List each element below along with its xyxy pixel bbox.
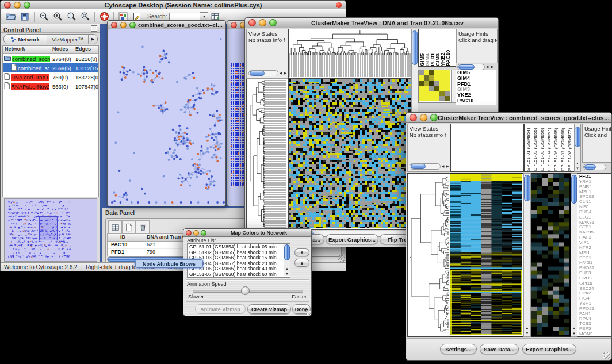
float-panel-icon[interactable] xyxy=(91,25,97,32)
gene-label-MON2[interactable]: MON2 xyxy=(579,332,611,337)
heatmap-canvas[interactable] xyxy=(289,79,411,228)
new-attribute-icon[interactable] xyxy=(122,220,136,234)
tv1-heatmap-panel[interactable] xyxy=(288,79,412,230)
speed-slider-thumb[interactable] xyxy=(241,286,250,295)
tv2-status-hscrollbar[interactable] xyxy=(410,163,441,170)
zoom-button[interactable] xyxy=(201,230,206,236)
tv2-zoom-heatmap-panel[interactable] xyxy=(531,173,571,337)
scroll-thumb[interactable] xyxy=(284,244,290,260)
open-folder-icon[interactable] xyxy=(5,10,17,23)
search-input[interactable] xyxy=(169,13,200,21)
zoom-heatmap[interactable] xyxy=(531,174,569,335)
tv1-matrix-scroll[interactable] xyxy=(451,70,456,103)
tv2-hints-hscrollbar[interactable] xyxy=(583,164,606,170)
minimize-button[interactable] xyxy=(420,114,427,121)
settings-button[interactable]: Settings... xyxy=(440,344,477,354)
scroll-thumb[interactable] xyxy=(250,71,265,76)
zoom-button[interactable] xyxy=(269,19,277,26)
network-row-combined_scores[interactable]: combined_scores2764(0)16218(0) xyxy=(3,54,98,63)
minimize-button[interactable] xyxy=(193,230,199,236)
tv1-row-dendrogram-panel[interactable] xyxy=(246,79,288,230)
minimize-button[interactable] xyxy=(14,2,21,9)
overview-canvas[interactable] xyxy=(5,199,95,260)
tv2-heatmap-panel[interactable] xyxy=(450,173,524,337)
close-button[interactable] xyxy=(4,2,11,9)
move-up-button[interactable]: ∧ xyxy=(294,248,309,256)
tab-vizmapper[interactable]: VizMapper™ xyxy=(47,35,89,44)
scroll-thumb[interactable] xyxy=(524,175,530,201)
zoom-out-icon[interactable] xyxy=(37,10,50,23)
tab-network[interactable]: Network xyxy=(4,35,47,44)
scroll-down-icon[interactable]: ▼ xyxy=(284,271,290,276)
delete-attribute-icon[interactable] xyxy=(136,220,150,234)
network-row-RNAPuberNov2+[interactable]: RNAPuberNov2+563(0)107847(0) xyxy=(3,82,98,91)
col-header-nodes[interactable]: Nodes xyxy=(52,46,68,52)
scroll-down-icon[interactable]: ▼ xyxy=(575,166,580,171)
data-col-id[interactable]: ID xyxy=(120,234,125,240)
tv2-labels-vscrollbar[interactable]: ▲ ▼ xyxy=(574,124,581,172)
scroll-thumb[interactable] xyxy=(575,127,580,147)
tv2-column-dendrogram-panel[interactable] xyxy=(450,124,524,172)
row-dendrogram[interactable] xyxy=(408,174,449,335)
network-graph[interactable] xyxy=(108,29,225,205)
scroll-left-icon[interactable]: ◀ xyxy=(485,64,489,69)
heatmap-canvas[interactable] xyxy=(450,174,522,335)
minimize-button[interactable] xyxy=(120,22,127,28)
dialog-resize-grip[interactable] xyxy=(305,310,311,315)
attribute-list-vscrollbar[interactable]: ▲ ▼ xyxy=(284,244,290,276)
tv1-summary-matrix-panel[interactable] xyxy=(418,70,452,103)
zoom-button[interactable] xyxy=(129,22,136,28)
attribute-item[interactable]: GPL51-07 (GSM868) heat shock 60 min xyxy=(188,272,290,278)
scroll-thumb[interactable] xyxy=(411,164,426,169)
scroll-down-icon[interactable]: ▼ xyxy=(571,331,577,336)
scroll-thumb[interactable] xyxy=(458,64,475,70)
network-row-DNA and Tran 07[interactable]: DNA and Tran 07769(0)183728(0) xyxy=(3,72,98,82)
create-vizmap-button[interactable]: Create Vizmap xyxy=(247,304,291,314)
move-down-button[interactable]: ∨ xyxy=(294,259,309,267)
scroll-left-icon[interactable]: ◀ xyxy=(441,164,445,168)
save-data-button[interactable]: Save Data... xyxy=(480,344,519,354)
network-overview-panel[interactable] xyxy=(4,198,97,262)
close-button[interactable] xyxy=(186,230,192,236)
column-dendrogram[interactable] xyxy=(289,29,411,77)
row-dendrogram[interactable] xyxy=(247,79,286,228)
attribute-select-icon[interactable] xyxy=(108,220,122,234)
scroll-thumb[interactable] xyxy=(584,164,596,170)
close-button[interactable] xyxy=(410,114,417,121)
tab-overflow-arrow[interactable]: ▶ xyxy=(89,35,97,44)
scroll-up-icon[interactable]: ▲ xyxy=(575,161,580,166)
close-button[interactable] xyxy=(231,22,237,28)
scroll-up-icon[interactable]: ▲ xyxy=(524,325,530,330)
tv2-heatmap-vscrollbar[interactable]: ▲ ▼ xyxy=(523,173,531,337)
zoom-selected-icon[interactable] xyxy=(65,10,78,23)
scroll-thumb[interactable] xyxy=(412,30,418,65)
network-row-combined_sco[interactable]: combined_sco2569(6)13112(15) xyxy=(3,63,98,72)
main-titlebar[interactable]: Cytoscape Desktop (Session Name: collins… xyxy=(1,1,346,10)
zoom-button[interactable] xyxy=(24,2,30,9)
close-button[interactable] xyxy=(111,22,117,28)
tv1-status-hscrollbar[interactable] xyxy=(248,70,278,76)
scroll-up-icon[interactable]: ▲ xyxy=(571,326,577,331)
main-resize-grip[interactable] xyxy=(338,255,345,262)
export-graphics-button[interactable]: Export Graphics... xyxy=(522,344,576,354)
zoom-button[interactable] xyxy=(430,114,438,121)
export-graphics-button[interactable]: Export Graphics... xyxy=(326,234,378,244)
scroll-right-icon[interactable]: ▶ xyxy=(283,71,288,75)
zoom-in-icon[interactable] xyxy=(51,10,64,23)
summary-matrix[interactable] xyxy=(419,70,450,101)
scroll-right-icon[interactable]: ▶ xyxy=(490,64,495,69)
col-header-network[interactable]: Network xyxy=(5,46,25,52)
scroll-up-icon[interactable]: ▲ xyxy=(284,266,290,271)
animate-vizmap-button[interactable]: Animate Vizmap xyxy=(195,304,246,314)
scroll-thumb[interactable] xyxy=(571,175,577,204)
network-canvas-1[interactable] xyxy=(108,29,225,205)
scroll-left-icon[interactable]: ◀ xyxy=(278,71,283,75)
col-header-edges[interactable]: Edges xyxy=(75,46,91,52)
zoom-fit-icon[interactable] xyxy=(79,10,91,23)
close-button[interactable] xyxy=(248,19,256,26)
tv2-resize-grip[interactable] xyxy=(603,352,610,359)
tv2-row-dendrogram-panel[interactable] xyxy=(407,173,450,337)
minimize-button[interactable] xyxy=(259,19,266,26)
save-icon[interactable] xyxy=(18,10,31,23)
node-attribute-browser-tab[interactable]: Node Attribute Brows xyxy=(135,259,203,268)
